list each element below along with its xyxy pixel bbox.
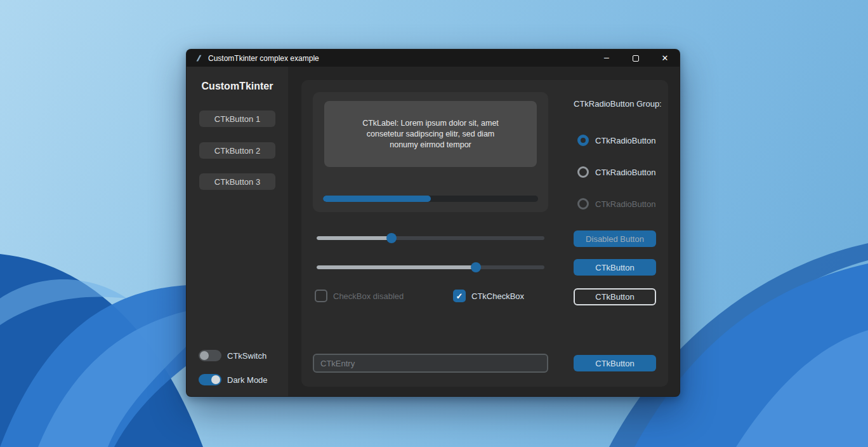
checkbox-icon[interactable]: ✓ <box>315 290 327 302</box>
checkbox-icon[interactable]: ✓ <box>453 290 466 302</box>
app-window: CustomTkinter complex example – ✕ Custom… <box>186 49 680 397</box>
app-icon <box>194 54 203 63</box>
lorem-label: CTkLabel: Lorem ipsum dolor sit, amet co… <box>324 101 537 167</box>
radio-icon[interactable] <box>577 198 589 210</box>
check-icon: ✓ <box>456 292 463 300</box>
switch-row: CTkSwitch <box>199 350 266 361</box>
radio-icon[interactable] <box>577 135 589 146</box>
window-content: CustomTkinter CTkButton 1 CTkButton 2 CT… <box>187 67 680 397</box>
radio-option[interactable]: CTkRadioButton <box>577 135 655 146</box>
switch-knob-icon <box>200 351 209 360</box>
switch-knob-icon <box>211 375 220 384</box>
main-area: CTkLabel: Lorem ipsum dolor sit, amet co… <box>288 67 680 397</box>
slider[interactable] <box>317 233 544 243</box>
slider[interactable] <box>317 262 544 272</box>
slider-fill <box>317 236 391 240</box>
close-icon: ✕ <box>662 53 669 63</box>
window-controls: – ✕ <box>592 50 680 67</box>
sidebar-button-2[interactable]: CTkButton 2 <box>199 142 275 159</box>
slider-knob[interactable] <box>386 233 397 243</box>
ctk-button-outline[interactable]: CTkButton <box>574 288 656 305</box>
inner-frame: CTkLabel: Lorem ipsum dolor sit, amet co… <box>313 92 548 212</box>
switch-label: CTkSwitch <box>227 351 266 361</box>
radio-icon[interactable] <box>577 166 589 178</box>
progressbar <box>323 196 538 202</box>
entry-input[interactable] <box>313 354 548 373</box>
radio-option[interactable]: CTkRadioButton <box>577 198 655 210</box>
checkbox-row[interactable]: ✓ CheckBox disabled <box>315 290 404 302</box>
sidebar-button-1[interactable]: CTkButton 1 <box>199 110 275 127</box>
radio-option[interactable]: CTkRadioButton <box>577 166 655 178</box>
sidebar: CustomTkinter CTkButton 1 CTkButton 2 CT… <box>187 67 288 397</box>
window-title: CustomTkinter complex example <box>208 54 592 63</box>
radio-label: CTkRadioButton <box>595 136 655 145</box>
sidebar-button-3[interactable]: CTkButton 3 <box>199 173 275 190</box>
switch-label: Dark Mode <box>227 375 268 385</box>
close-button[interactable]: ✕ <box>650 50 680 67</box>
slider-knob[interactable] <box>471 262 481 272</box>
switch-row: Dark Mode <box>199 374 268 385</box>
minimize-icon: – <box>604 53 609 62</box>
radio-label: CTkRadioButton <box>595 168 655 177</box>
desktop: CustomTkinter complex example – ✕ Custom… <box>0 0 868 447</box>
progressbar-fill <box>323 196 431 202</box>
radio-group-title: CTkRadioButton Group: <box>574 99 656 109</box>
maximize-icon <box>633 55 639 62</box>
checkbox-label: CheckBox disabled <box>333 291 404 301</box>
main-panel: CTkLabel: Lorem ipsum dolor sit, amet co… <box>301 80 668 387</box>
titlebar[interactable]: CustomTkinter complex example – ✕ <box>187 50 680 67</box>
switch[interactable] <box>199 350 221 361</box>
maximize-button[interactable] <box>621 50 650 67</box>
switch[interactable] <box>199 374 221 385</box>
slider-fill <box>317 265 476 269</box>
slider-track[interactable] <box>317 265 544 269</box>
disabled-button[interactable]: Disabled Button <box>574 230 656 247</box>
radio-label: CTkRadioButton <box>595 199 655 209</box>
entry-submit-button[interactable]: CTkButton <box>574 355 656 371</box>
ctk-button-primary[interactable]: CTkButton <box>574 259 656 276</box>
checkbox-row[interactable]: ✓ CTkCheckBox <box>453 290 524 302</box>
minimize-button[interactable]: – <box>592 50 621 67</box>
sidebar-title: CustomTkinter <box>187 81 288 92</box>
checkbox-label: CTkCheckBox <box>471 291 524 301</box>
slider-track[interactable] <box>317 236 544 240</box>
